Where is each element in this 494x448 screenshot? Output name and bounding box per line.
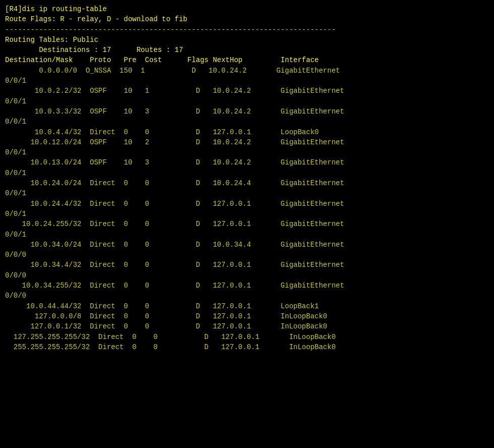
terminal-line: [R4]dis ip routing-table <box>5 4 489 14</box>
terminal-line: 10.0.13.0/24 OSPF 10 3 D 10.0.24.2 Gigab… <box>5 157 489 167</box>
terminal-line: 0/0/0 <box>5 291 489 301</box>
terminal-line: 10.0.12.0/24 OSPF 10 2 D 10.0.24.2 Gigab… <box>5 137 489 147</box>
terminal-line: 0/0/1 <box>5 96 489 106</box>
terminal-line: 10.0.24.4/32 Direct 0 0 D 127.0.0.1 Giga… <box>5 199 489 209</box>
terminal-line: 10.0.24.0/24 Direct 0 0 D 10.0.24.4 Giga… <box>5 178 489 188</box>
terminal-line: 127.0.0.0/8 Direct 0 0 D 127.0.0.1 InLoo… <box>5 311 489 321</box>
terminal-line: 0/0/1 <box>5 147 489 157</box>
terminal-line: 10.0.34.0/24 Direct 0 0 D 10.0.34.4 Giga… <box>5 240 489 250</box>
terminal-line: 255.255.255.255/32 Direct 0 0 D 127.0.0.… <box>5 342 489 352</box>
terminal-line: 10.0.44.44/32 Direct 0 0 D 127.0.0.1 Loo… <box>5 301 489 311</box>
terminal-line: 10.0.4.4/32 Direct 0 0 D 127.0.0.1 LoopB… <box>5 127 489 137</box>
terminal-line: Routing Tables: Public <box>5 35 489 45</box>
terminal-line: 0/0/0 <box>5 270 489 281</box>
terminal-line: Route Flags: R - relay, D - download to … <box>5 14 489 24</box>
terminal-line: 0/0/0 <box>5 250 489 260</box>
terminal-line: 0.0.0.0/0 O_NSSA 150 1 D 10.0.24.2 Gigab… <box>5 66 489 76</box>
terminal-line: 0/0/1 <box>5 188 489 198</box>
terminal-line: 10.0.34.4/32 Direct 0 0 D 127.0.0.1 Giga… <box>5 260 489 270</box>
terminal-line: 0/0/1 <box>5 168 489 178</box>
terminal-line: 10.0.2.2/32 OSPF 10 1 D 10.0.24.2 Gigabi… <box>5 86 489 96</box>
terminal-line: 0/0/1 <box>5 76 489 86</box>
terminal-line: ----------------------------------------… <box>5 25 489 35</box>
terminal-line: 127.255.255.255/32 Direct 0 0 D 127.0.0.… <box>5 332 489 342</box>
terminal-line: 0/0/1 <box>5 117 489 127</box>
terminal-line: 10.0.34.255/32 Direct 0 0 D 127.0.0.1 Gi… <box>5 281 489 291</box>
terminal-line: 10.0.24.255/32 Direct 0 0 D 127.0.0.1 Gi… <box>5 219 489 229</box>
terminal-line: 0/0/1 <box>5 209 489 219</box>
terminal-line: 0/0/1 <box>5 230 489 240</box>
terminal-line: 10.0.3.3/32 OSPF 10 3 D 10.0.24.2 Gigabi… <box>5 106 489 117</box>
terminal-line: 127.0.0.1/32 Direct 0 0 D 127.0.0.1 InLo… <box>5 321 489 331</box>
terminal-output: [R4]dis ip routing-tableRoute Flags: R -… <box>5 4 489 352</box>
terminal-line: Destination/Mask Proto Pre Cost Flags Ne… <box>5 55 489 65</box>
terminal-line: Destinations : 17 Routes : 17 <box>5 45 489 55</box>
